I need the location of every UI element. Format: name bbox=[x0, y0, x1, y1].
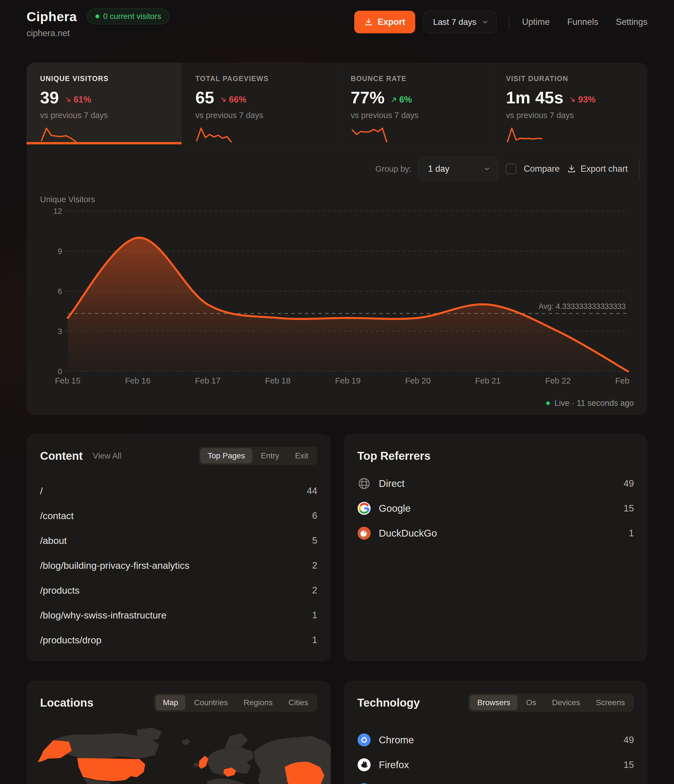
tab-map[interactable]: Map bbox=[155, 695, 185, 710]
live-status: Live · 11 seconds ago bbox=[546, 398, 634, 408]
stat-delta: 93% bbox=[569, 95, 596, 105]
download-icon bbox=[364, 18, 373, 26]
stat-value: 77% bbox=[351, 88, 385, 107]
tab-cities[interactable]: Cities bbox=[281, 695, 315, 710]
country-alaska bbox=[38, 740, 72, 762]
current-visitors-label: 0 current visitors bbox=[103, 12, 161, 21]
content-row[interactable]: /blog/building-privacy-first-analytics2 bbox=[40, 553, 317, 578]
svg-text:0: 0 bbox=[57, 367, 62, 376]
main-nav: Uptime Funnels Settings bbox=[522, 17, 648, 27]
nav-item-settings[interactable]: Settings bbox=[616, 17, 648, 27]
date-range-select[interactable]: Last 7 days bbox=[424, 11, 497, 33]
sparkline bbox=[351, 127, 388, 143]
technology-card: Technology Browsers Os Devices Screens C… bbox=[344, 681, 648, 784]
tab-regions[interactable]: Regions bbox=[236, 695, 280, 710]
content-title: Content bbox=[40, 450, 83, 462]
svg-text:Feb 21: Feb 21 bbox=[475, 376, 501, 385]
svg-text:Feb 23: Feb 23 bbox=[615, 376, 630, 385]
sparkline bbox=[506, 127, 543, 143]
referrer-rows: Direct49 Google15 bbox=[357, 471, 634, 546]
chrome-icon bbox=[357, 733, 371, 747]
referrer-row[interactable]: Direct49 bbox=[357, 471, 634, 496]
content-row[interactable]: /products/drop1 bbox=[40, 627, 317, 652]
group-by-select[interactable]: 1 day bbox=[419, 157, 498, 181]
locations-tabs: Map Countries Regions Cities bbox=[154, 693, 317, 712]
locations-card: Locations Map Countries Regions Cities bbox=[26, 681, 331, 784]
browser-row[interactable]: Chrome49 bbox=[357, 728, 634, 752]
map-scandinavia bbox=[224, 733, 248, 749]
trend-down-icon bbox=[65, 96, 72, 103]
country-united-states bbox=[77, 758, 145, 781]
stats-row: UNIQUE VISITORS 39 61% vs previous 7 day… bbox=[26, 63, 648, 145]
svg-text:3: 3 bbox=[57, 327, 62, 336]
svg-text:Feb 17: Feb 17 bbox=[195, 376, 221, 385]
nav-item-funnels[interactable]: Funnels bbox=[567, 17, 598, 27]
referrer-row[interactable]: DuckDuckGo1 bbox=[357, 521, 634, 546]
referrer-row[interactable]: Google15 bbox=[357, 496, 634, 521]
svg-text:Feb 19: Feb 19 bbox=[335, 376, 360, 385]
content-row[interactable]: /44 bbox=[40, 478, 317, 503]
tab-exit[interactable]: Exit bbox=[287, 448, 315, 464]
nav-item-uptime[interactable]: Uptime bbox=[522, 17, 550, 27]
view-all-link[interactable]: View All bbox=[93, 451, 121, 460]
stat-value: 65 bbox=[195, 88, 214, 107]
trend-up-icon bbox=[390, 96, 398, 103]
content-tabs: Top Pages Entry Exit bbox=[199, 446, 317, 465]
tab-entry[interactable]: Entry bbox=[253, 448, 286, 464]
compare-label[interactable]: Compare bbox=[523, 164, 560, 174]
stat-card-visit-duration[interactable]: VISIT DURATION 1m 45s 93% vs previous 7 … bbox=[492, 63, 648, 144]
world-map[interactable] bbox=[26, 715, 331, 784]
browser-rows: Chrome49 Firefox15 bbox=[357, 728, 634, 784]
map-africa bbox=[207, 779, 250, 784]
export-button[interactable]: Export bbox=[354, 11, 415, 33]
stat-value: 39 bbox=[40, 88, 59, 107]
current-visitors-badge: 0 current visitors bbox=[87, 8, 169, 24]
tab-os[interactable]: Os bbox=[519, 695, 544, 710]
header-right: Export Last 7 days Uptime Funnels Settin… bbox=[354, 8, 648, 36]
firefox-icon bbox=[357, 758, 371, 772]
stat-delta: 61% bbox=[65, 95, 91, 105]
live-dot-icon bbox=[546, 401, 550, 405]
analytics-card: UNIQUE VISITORS 39 61% vs previous 7 day… bbox=[26, 63, 648, 415]
google-icon bbox=[357, 502, 371, 515]
compare-checkbox[interactable] bbox=[505, 163, 516, 174]
stat-delta: 6% bbox=[390, 95, 412, 105]
site-domain: ciphera.net bbox=[26, 28, 169, 39]
tab-screens[interactable]: Screens bbox=[589, 695, 632, 710]
export-chart-button[interactable]: Export chart bbox=[567, 164, 628, 174]
header-divider bbox=[509, 14, 509, 30]
browser-row-partial[interactable] bbox=[357, 777, 634, 784]
svg-text:Feb 18: Feb 18 bbox=[265, 376, 290, 385]
controls-divider bbox=[639, 160, 640, 178]
stat-card-bounce-rate[interactable]: BOUNCE RATE 77% 6% vs previous 7 days bbox=[337, 63, 492, 144]
content-row[interactable]: /contact6 bbox=[40, 503, 317, 528]
header-left: Ciphera 0 current visitors ciphera.net bbox=[26, 8, 169, 39]
svg-text:Avg: 4.333333333333333: Avg: 4.333333333333333 bbox=[539, 302, 626, 311]
locations-title: Locations bbox=[40, 697, 93, 709]
svg-text:Feb 15: Feb 15 bbox=[55, 376, 81, 385]
content-row[interactable]: /blog/why-swiss-infrastructure1 bbox=[40, 603, 317, 627]
referrers-title: Top Referrers bbox=[357, 450, 430, 462]
group-by-label: Group by: bbox=[375, 164, 411, 174]
tab-countries[interactable]: Countries bbox=[186, 695, 235, 710]
svg-text:12: 12 bbox=[53, 207, 62, 216]
globe-icon bbox=[357, 477, 371, 490]
svg-text:Feb 16: Feb 16 bbox=[125, 376, 151, 385]
tab-top-pages[interactable]: Top Pages bbox=[200, 448, 252, 464]
chart-controls: Group by: 1 day Compare Export chart bbox=[375, 157, 640, 181]
header: Ciphera 0 current visitors ciphera.net E… bbox=[26, 8, 648, 39]
map-ireland bbox=[194, 762, 199, 768]
tab-devices[interactable]: Devices bbox=[545, 695, 588, 710]
content-row[interactable]: /products2 bbox=[40, 578, 317, 603]
content-row[interactable]: /about5 bbox=[40, 528, 317, 553]
trend-down-icon bbox=[569, 96, 576, 103]
stat-card-total-pageviews[interactable]: TOTAL PAGEVIEWS 65 66% vs previous 7 day… bbox=[182, 63, 337, 144]
map-iceland bbox=[182, 739, 190, 745]
technology-tabs: Browsers Os Devices Screens bbox=[468, 693, 634, 712]
unique-visitors-chart[interactable]: 036912Feb 15Feb 16Feb 17Feb 18Feb 19Feb … bbox=[37, 201, 630, 392]
stat-card-unique-visitors[interactable]: UNIQUE VISITORS 39 61% vs previous 7 day… bbox=[26, 63, 182, 144]
tab-browsers[interactable]: Browsers bbox=[470, 695, 518, 710]
stat-value: 1m 45s bbox=[506, 88, 564, 107]
browser-row[interactable]: Firefox15 bbox=[357, 752, 634, 777]
svg-text:6: 6 bbox=[57, 287, 62, 296]
